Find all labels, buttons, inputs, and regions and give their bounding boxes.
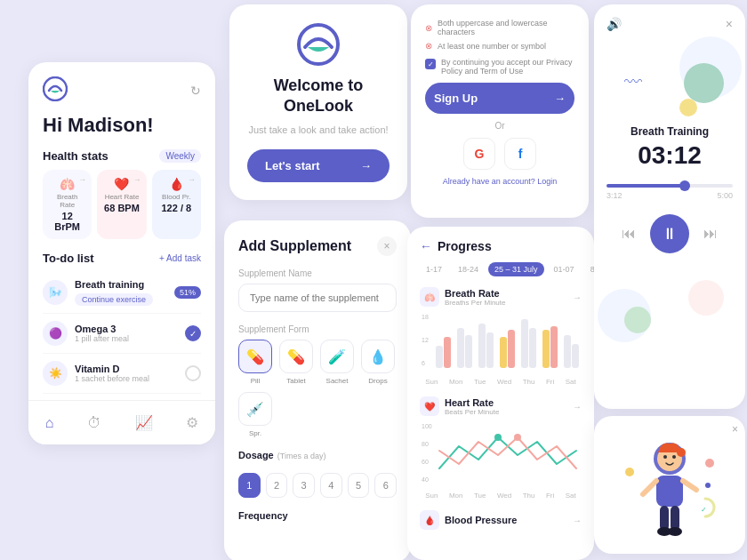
app-logo [43,76,68,105]
svg-point-23 [494,434,502,441]
breath-timer: 03:12 [606,141,733,170]
svg-rect-12 [508,330,515,368]
date-tab-active[interactable]: 25 – 31 July [488,262,544,276]
continue-exercise-button[interactable]: Continue exercise [75,293,153,306]
card-progress: ← Progress 1-17 18-24 25 – 31 July 01-07… [407,227,594,560]
health-stats-label: Health stats [43,149,108,163]
supplement-close-button[interactable]: × [377,236,397,256]
breath-training-label: Breath Training [606,125,733,138]
date-tab-5[interactable]: 8-14 [584,262,594,276]
svg-rect-31 [660,506,669,531]
volume-icon[interactable]: 🔊 [606,17,622,31]
svg-text:✓: ✓ [701,506,707,514]
login-anchor[interactable]: Login [537,177,557,186]
sachet-option[interactable]: 🧪 [320,340,354,373]
dosage-2[interactable]: 2 [266,473,288,498]
svg-text:40: 40 [422,476,429,483]
progress-badge: 51% [174,286,201,299]
breath-close-button[interactable]: × [726,17,733,31]
svg-rect-32 [671,506,679,531]
bp-chart-icon: 🩸 [420,510,439,530]
date-tab-1[interactable]: 1-17 [420,262,448,276]
character-close-button[interactable]: × [732,423,738,436]
svg-rect-13 [521,319,528,368]
day-labels-heart: SunMonTueWedThuFriSat [420,492,582,500]
forward-button[interactable]: ⏭ [703,226,718,242]
breath-rate-stat: → 🫁 Breath Rate 12 BrPM [43,170,92,239]
progress-knob[interactable] [679,180,690,191]
dosage-1[interactable]: 1 [238,473,261,498]
settings-nav-icon[interactable]: ⚙ [186,414,198,431]
svg-rect-7 [457,328,464,368]
svg-point-1 [299,25,338,64]
rule-uppercase: ⊗ Both uppercase and lowercase character… [425,19,574,36]
svg-rect-18 [572,344,579,368]
bp-chart-arrow[interactable]: → [573,516,582,525]
facebook-login-button[interactable]: f [504,138,536,170]
dosage-3[interactable]: 3 [293,473,315,498]
svg-point-27 [663,455,667,459]
svg-rect-30 [656,476,683,507]
spray-option[interactable]: 💉 [238,392,272,426]
breath-decorations: 〰 [606,45,733,116]
pill-option[interactable]: 💊 [238,340,272,373]
breath-chart-name: Breath Rate [445,288,573,299]
breath-chart-arrow[interactable]: → [573,292,582,302]
deco-circle-yellow [679,99,697,116]
home-nav-icon[interactable]: ⌂ [45,415,54,431]
privacy-checkbox[interactable]: ✓ [425,59,436,69]
tablet-option[interactable]: 💊 [279,340,313,373]
svg-rect-9 [478,324,486,368]
deco-bottom-2 [624,307,651,333]
heart-chart-sub: Beats Per Minute [445,408,573,416]
date-tab-4[interactable]: 01-07 [548,262,581,276]
form-option-pill: 💊 Pill [238,340,272,385]
health-stats-row: → 🫁 Breath Rate 12 BrPM → ❤️ Heart Rate … [43,170,201,239]
progress-current: 3:12 [606,191,622,200]
add-task-button[interactable]: + Add task [159,253,201,263]
supplement-form-options: 💊 Pill 💊 Tablet 🧪 Sachet 💧 Drops 💉 Spr. [238,340,397,437]
form-option-spray: 💉 Spr. [238,392,272,437]
clock-nav-icon[interactable]: ⏱ [87,415,101,431]
welcome-title: Welcome to OneLook [247,76,390,117]
frequency-label: Frequency [238,510,397,521]
breath-bar-chart: 18 12 6 [420,310,582,372]
character-illustration: ★ ✓ [612,428,727,543]
drops-option[interactable]: 💧 [361,340,395,373]
svg-text:60: 60 [422,459,429,465]
breath-progress-bar[interactable]: 3:12 5:00 [606,184,733,200]
dosage-6[interactable]: 6 [374,473,397,498]
signup-button[interactable]: Sign Up → [425,83,574,114]
chart-nav-icon[interactable]: 📈 [135,414,153,431]
error-icon-2: ⊗ [425,41,432,51]
social-buttons: G f [425,138,574,170]
login-link: Already have an account? Login [425,177,574,186]
google-login-button[interactable]: G [463,138,495,170]
lets-start-button[interactable]: Let's start → [247,149,390,182]
dosage-label: Dosage [238,450,274,460]
omega-icon: 🟣 [43,321,68,346]
dosage-group: Dosage (Times a day) 1 2 3 4 5 6 [238,450,397,498]
svg-point-37 [705,459,714,468]
card-supplement: Add Supplement × Supplement Name Supplem… [224,220,411,560]
svg-point-0 [44,77,67,100]
supplement-name-label: Supplement Name [238,268,397,278]
progress-header: ← Progress [420,239,582,253]
svg-point-38 [705,483,711,488]
bp-chart-name: Blood Pressure [445,515,573,525]
svg-text:12: 12 [422,337,429,343]
svg-text:6: 6 [422,360,425,366]
dosage-5[interactable]: 5 [348,473,370,498]
form-option-sachet: 🧪 Sachet [320,340,354,385]
refresh-icon[interactable]: ↻ [190,84,201,98]
back-arrow-icon[interactable]: ← [420,239,432,253]
rewind-button[interactable]: ⏮ [622,226,636,242]
supplement-name-input[interactable] [238,284,397,312]
heart-chart-arrow[interactable]: → [573,402,582,412]
pause-button[interactable]: ⏸ [650,214,689,253]
card-welcome: Welcome to OneLook Just take a look and … [229,4,407,200]
date-tab-2[interactable]: 18-24 [452,262,485,276]
welcome-subtitle: Just take a look and take action! [247,124,390,135]
dosage-4[interactable]: 4 [320,473,342,498]
or-divider: Or [425,121,574,131]
